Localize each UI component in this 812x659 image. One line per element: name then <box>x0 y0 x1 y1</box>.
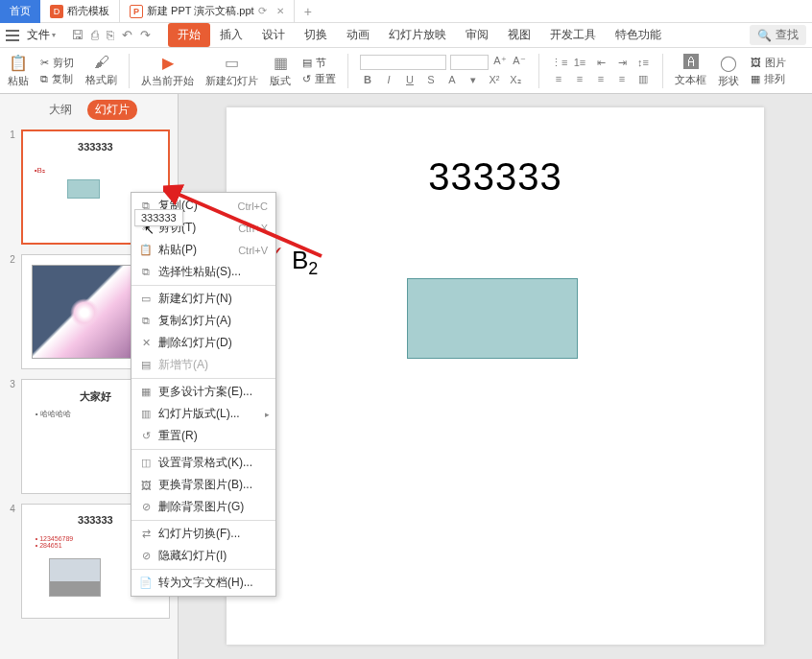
main-area: 大纲 幻灯片 1 333333 •B₂ 2 3 大家好 <box>0 94 812 659</box>
file-menu[interactable]: 文件▾ <box>27 27 56 43</box>
ctx-del-bg[interactable]: ⊘删除背景图片(G) <box>131 496 275 518</box>
section-button[interactable]: ▤节 <box>302 56 336 70</box>
indent-dec-icon[interactable]: ⇤ <box>593 57 609 69</box>
slide-rectangle-shape[interactable] <box>407 278 578 359</box>
ctx-slide-trans[interactable]: ⇄幻灯片切换(F)... <box>131 523 275 545</box>
subscript-icon[interactable]: X₂ <box>508 74 523 86</box>
align-left-icon[interactable]: ≡ <box>551 73 566 85</box>
ctx-hide-slide[interactable]: ⊘隐藏幻灯片(I) <box>131 545 275 567</box>
ctx-paste[interactable]: 📋粘贴(P)Ctrl+V <box>131 239 275 261</box>
thumb-number: 2 <box>8 254 15 369</box>
ribbon-tab-review[interactable]: 审阅 <box>456 23 498 47</box>
picture-button[interactable]: 🖼图片 <box>751 56 786 70</box>
reset-button[interactable]: ↺重置 <box>302 72 336 86</box>
increase-font-icon[interactable]: A⁺ <box>492 55 508 70</box>
clipboard-mini: ✂剪切 ⧉复制 <box>40 56 74 86</box>
close-tab-icon[interactable]: ✕ <box>276 6 284 16</box>
refresh-icon[interactable]: ⟳ <box>258 5 267 17</box>
ribbon-tab-transition[interactable]: 切换 <box>295 23 337 47</box>
panel-tab-outline[interactable]: 大纲 <box>41 100 80 120</box>
file-tab[interactable]: P 新建 PPT 演示文稿.ppt ⟳ ✕ <box>119 0 295 23</box>
align-justify-icon[interactable]: ≡ <box>614 73 630 85</box>
ribbon-tab-special[interactable]: 特色功能 <box>606 23 671 47</box>
new-slide-label: 新建幻灯片 <box>205 74 258 88</box>
copy-button[interactable]: ⧉复制 <box>40 72 74 86</box>
template-icon: D <box>50 5 63 18</box>
ribbon-toolbar: 📋 粘贴 ✂剪切 ⧉复制 🖌 格式刷 ▶ 从当前开始 ▭ 新建幻灯片 ▦ 版式 … <box>0 48 812 94</box>
ctx-new-slide[interactable]: ▭新建幻灯片(N) <box>131 288 275 310</box>
ctx-label: 新增节(A) <box>158 357 208 373</box>
ctx-reset[interactable]: ↺重置(R) <box>131 425 275 447</box>
hamburger-icon[interactable] <box>6 30 19 41</box>
undo-icon[interactable]: ↶ <box>122 28 132 42</box>
bold-icon[interactable]: B <box>360 74 375 86</box>
picture-icon: 🖼 <box>751 57 761 68</box>
ribbon-tab-animation[interactable]: 动画 <box>337 23 379 47</box>
ctx-more-design[interactable]: ▦更多设计方案(E)... <box>131 381 275 403</box>
format-brush-group[interactable]: 🖌 格式刷 <box>85 54 117 87</box>
italic-icon[interactable]: I <box>381 74 396 86</box>
highlight-icon[interactable]: ▾ <box>466 74 481 86</box>
ctx-label: 粘贴(P) <box>158 242 197 258</box>
font-size-select[interactable] <box>450 55 489 70</box>
textbox-icon: 🅰 <box>683 54 699 71</box>
home-tab[interactable]: 首页 <box>0 0 40 23</box>
layout-label: 版式 <box>270 74 291 88</box>
ribbon-tab-insert[interactable]: 插入 <box>210 23 252 47</box>
new-slide-icon: ▭ <box>225 54 239 72</box>
arrange-label: 排列 <box>764 72 785 86</box>
ribbon-tab-design[interactable]: 设计 <box>252 23 295 47</box>
play-current-group[interactable]: ▶ 从当前开始 <box>141 54 194 88</box>
ctx-slide-layout[interactable]: ▥幻灯片版式(L)...▸ <box>131 403 275 425</box>
font-family-select[interactable] <box>360 55 446 70</box>
ctx-shortcut: Ctrl+V <box>238 245 268 256</box>
ribbon-tab-slideshow[interactable]: 幻灯片放映 <box>379 23 456 47</box>
ctx-to-word[interactable]: 📄转为文字文档(H)... <box>131 572 275 594</box>
ctx-bg-format[interactable]: ◫设置背景格式(K)... <box>131 452 275 474</box>
line-spacing-icon[interactable]: ↕≡ <box>635 57 651 69</box>
ribbon-tab-view[interactable]: 视图 <box>498 23 540 47</box>
ribbon-tab-start[interactable]: 开始 <box>168 23 210 47</box>
ctx-label: 选择性粘贴(S)... <box>158 264 241 280</box>
ribbon-tab-devtools[interactable]: 开发工具 <box>540 23 606 47</box>
save-icon[interactable]: 🖫 <box>71 28 84 42</box>
slide-canvas[interactable]: 333333 ✓ B2 <box>227 107 764 645</box>
decrease-font-icon[interactable]: A⁻ <box>512 55 527 70</box>
align-right-icon[interactable]: ≡ <box>593 73 609 85</box>
ctx-dup-slide[interactable]: ⧉复制幻灯片(A) <box>131 310 275 332</box>
from-current-label: 从当前开始 <box>141 74 194 88</box>
underline-icon[interactable]: U <box>402 74 418 86</box>
arrange-icon: ▦ <box>751 73 760 85</box>
bullets-icon[interactable]: ⋮≡ <box>551 57 566 69</box>
template-tab[interactable]: D 稻壳模板 <box>40 0 119 23</box>
strike-icon[interactable]: S <box>423 74 439 86</box>
shape-group[interactable]: ◯ 形状 <box>718 54 739 88</box>
ctx-change-bg[interactable]: 🖼更换背景图片(B)... <box>131 474 275 496</box>
textbox-group[interactable]: 🅰 文本框 <box>675 54 706 87</box>
slide-text-b2[interactable]: B2 <box>292 246 318 279</box>
reset-icon: ↺ <box>139 430 153 443</box>
superscript-icon[interactable]: X² <box>487 74 502 86</box>
layout-group[interactable]: ▦ 版式 <box>270 54 291 88</box>
add-tab-button[interactable]: + <box>295 4 322 19</box>
cut-button[interactable]: ✂剪切 <box>40 56 74 70</box>
slide-title[interactable]: 333333 <box>227 155 764 199</box>
print-icon[interactable]: ⎘ <box>107 28 114 42</box>
numbering-icon[interactable]: 1≡ <box>572 57 587 69</box>
columns-icon[interactable]: ▥ <box>635 73 651 85</box>
indent-inc-icon[interactable]: ⇥ <box>614 57 630 69</box>
separator <box>538 54 539 88</box>
paste-group[interactable]: 📋 粘贴 <box>8 54 29 88</box>
redo-icon[interactable]: ↷ <box>140 28 151 42</box>
new-slide-group[interactable]: ▭ 新建幻灯片 <box>205 54 258 88</box>
search-box[interactable]: 🔍 查找 <box>750 25 806 45</box>
print-preview-icon[interactable]: ⎙ <box>91 28 99 42</box>
font-color-icon[interactable]: A <box>444 74 460 86</box>
align-center-icon[interactable]: ≡ <box>572 73 587 85</box>
change-bg-icon: 🖼 <box>139 479 153 492</box>
ctx-paste-special[interactable]: ⧉选择性粘贴(S)... <box>131 261 275 283</box>
cut-icon: ✂ <box>40 57 49 69</box>
ctx-del-slide[interactable]: ✕删除幻灯片(D) <box>131 332 275 354</box>
panel-tab-slides[interactable]: 幻灯片 <box>87 100 137 120</box>
arrange-button[interactable]: ▦排列 <box>751 72 786 86</box>
